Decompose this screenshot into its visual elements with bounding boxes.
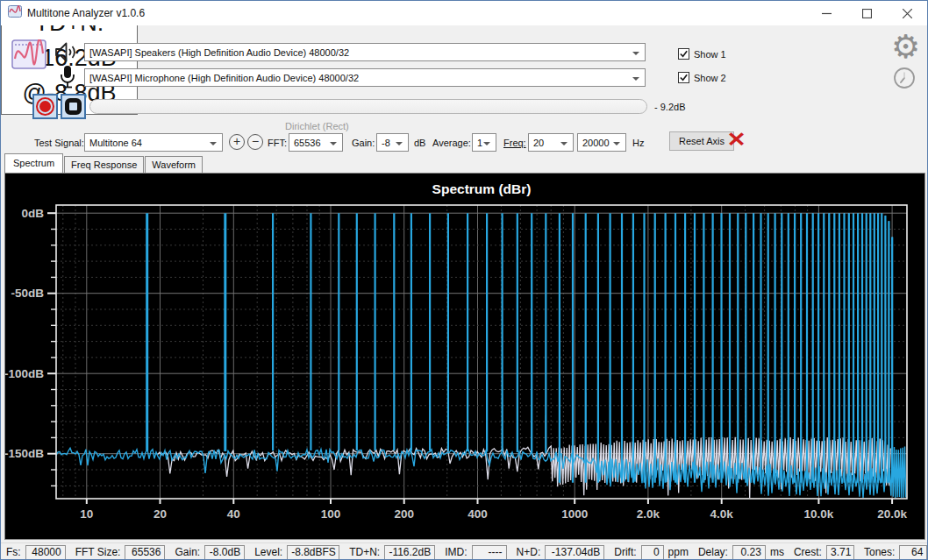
status-label: Crest: bbox=[794, 546, 822, 558]
status-field-drift: Drift:0ppm bbox=[614, 545, 689, 560]
status-label: IMD: bbox=[445, 546, 467, 558]
svg-text:-100dB: -100dB bbox=[5, 367, 44, 380]
chevron-down-icon bbox=[483, 142, 490, 145]
status-field-delay: Delay:0.23ms bbox=[698, 545, 784, 560]
status-value: -8.0dB bbox=[204, 545, 245, 560]
gain-value: -8 bbox=[382, 138, 390, 148]
test-signal-value: Multitone 64 bbox=[89, 138, 142, 148]
monitor-level-text: - 9.2dB bbox=[654, 102, 685, 112]
status-value: ---- bbox=[472, 545, 507, 560]
input-device-value: [WASAPI] Microphone (High Definition Aud… bbox=[89, 73, 359, 83]
status-label: Tones: bbox=[864, 546, 895, 558]
fft-window-label: Dirichlet (Rect) bbox=[285, 121, 349, 131]
status-value: 65536 bbox=[125, 545, 165, 560]
close-button[interactable] bbox=[887, 1, 927, 25]
tab-waveform[interactable]: Waveform bbox=[145, 156, 203, 173]
chevron-down-icon bbox=[210, 142, 217, 145]
gain-select[interactable]: -8 bbox=[376, 133, 409, 152]
test-signal-label: Test Signal: bbox=[34, 138, 84, 148]
record-icon bbox=[36, 97, 54, 116]
app-window: Multitone Analyzer v1.0.6 [WASAPI] Speak… bbox=[0, 0, 928, 560]
output-device-value: [WASAPI] Speakers (High Definition Audio… bbox=[89, 47, 349, 58]
svg-text:400: 400 bbox=[468, 507, 488, 521]
average-value: 1 bbox=[477, 138, 482, 148]
svg-text:40: 40 bbox=[227, 507, 240, 521]
show1-checkbox[interactable]: Show 1 bbox=[678, 48, 726, 60]
title-bar[interactable]: Multitone Analyzer v1.0.6 bbox=[1, 1, 927, 25]
add-tone-button[interactable]: + bbox=[229, 134, 245, 150]
status-value: 64 bbox=[899, 545, 927, 560]
tab-spectrum[interactable]: Spectrum bbox=[4, 153, 63, 173]
status-label: Delay: bbox=[698, 546, 728, 558]
status-field-fs: Fs:48000 bbox=[6, 545, 66, 560]
fft-size-select[interactable]: 65536 bbox=[289, 133, 343, 152]
status-label: Drift: bbox=[614, 546, 636, 558]
status-field-tdn: TD+N:-116.2dB bbox=[349, 545, 435, 560]
settings-gear-icon[interactable]: ⚙ bbox=[891, 31, 920, 64]
stop-button[interactable] bbox=[61, 94, 86, 119]
freq-high-select[interactable]: 20000 bbox=[577, 133, 626, 152]
record-button[interactable] bbox=[32, 94, 58, 119]
input-device-select[interactable]: [WASAPI] Microphone (High Definition Aud… bbox=[84, 68, 646, 87]
tab-strip: SpectrumFreq ResponseWaveform bbox=[4, 154, 203, 173]
fft-label: FFT: bbox=[268, 138, 287, 148]
status-value: 0.23 bbox=[732, 545, 766, 560]
window-title: Multitone Analyzer v1.0.6 bbox=[27, 7, 145, 19]
show1-label: Show 1 bbox=[694, 49, 726, 60]
gain-label: Gain: bbox=[352, 138, 375, 148]
freq-unit-label: Hz bbox=[632, 138, 644, 148]
status-unit: ppm bbox=[668, 546, 689, 558]
svg-text:Spectrum (dBr): Spectrum (dBr) bbox=[432, 181, 532, 196]
analyzer-logo-icon[interactable] bbox=[11, 39, 46, 73]
checkbox-icon bbox=[678, 72, 689, 83]
status-field-gain: Gain:-8.0dB bbox=[175, 545, 245, 560]
stop-icon bbox=[65, 98, 82, 115]
svg-text:0dB: 0dB bbox=[21, 207, 44, 220]
show2-checkbox[interactable]: Show 2 bbox=[678, 72, 726, 83]
chevron-down-icon bbox=[613, 142, 620, 145]
svg-text:1000: 1000 bbox=[561, 507, 588, 521]
gain-unit-label: dB bbox=[414, 138, 425, 148]
maximize-button[interactable] bbox=[846, 1, 887, 25]
status-field-nd: N+D:-137.04dB bbox=[517, 545, 605, 560]
show2-label: Show 2 bbox=[694, 73, 726, 83]
svg-text:10.0k: 10.0k bbox=[804, 507, 834, 521]
checkbox-icon bbox=[678, 48, 689, 60]
clear-icon[interactable]: ✕ bbox=[727, 128, 746, 152]
status-value: -137.04dB bbox=[545, 545, 604, 560]
svg-text:-150dB: -150dB bbox=[5, 447, 44, 460]
status-value: 0 bbox=[641, 545, 664, 560]
level-progressbar bbox=[89, 99, 647, 114]
freq-label[interactable]: Freq: bbox=[503, 138, 526, 148]
average-select[interactable]: 1 bbox=[472, 133, 496, 152]
status-field-crest: Crest:3.71 bbox=[794, 545, 854, 560]
status-value: 3.71 bbox=[826, 545, 854, 560]
remove-tone-button[interactable]: − bbox=[247, 134, 263, 150]
chevron-down-icon bbox=[396, 142, 403, 145]
test-signal-select[interactable]: Multitone 64 bbox=[84, 133, 223, 152]
reset-axis-button[interactable]: Reset Axis bbox=[669, 131, 734, 151]
status-bar: Fs:48000FFT Size:65536Gain:-8.0dBLevel:-… bbox=[1, 542, 927, 560]
svg-text:-50dB: -50dB bbox=[11, 287, 44, 300]
status-field-imd: IMD:---- bbox=[445, 545, 506, 560]
svg-text:10: 10 bbox=[80, 507, 93, 521]
chevron-down-icon bbox=[632, 52, 639, 55]
speaker-icon bbox=[54, 41, 77, 67]
freq-high-value: 20000 bbox=[582, 138, 610, 148]
app-icon-small bbox=[8, 5, 22, 21]
history-clock-icon[interactable] bbox=[892, 66, 917, 94]
freq-low-select[interactable]: 20 bbox=[528, 133, 574, 152]
status-value: 48000 bbox=[25, 545, 66, 560]
svg-text:100: 100 bbox=[321, 507, 341, 521]
svg-text:200: 200 bbox=[394, 507, 414, 521]
spectrum-chart[interactable]: 0dB-50dB-100dB-150dB10204010020040010002… bbox=[4, 173, 925, 540]
minimize-button[interactable] bbox=[806, 1, 846, 25]
status-value: -8.8dBFS bbox=[287, 545, 339, 560]
svg-text:4.0k: 4.0k bbox=[710, 507, 734, 521]
status-field-tones: Tones:64 bbox=[864, 545, 927, 560]
tab-freq-response[interactable]: Freq Response bbox=[64, 156, 144, 173]
fft-size-value: 65536 bbox=[294, 138, 321, 148]
output-device-select[interactable]: [WASAPI] Speakers (High Definition Audio… bbox=[84, 43, 646, 61]
status-label: N+D: bbox=[517, 546, 541, 558]
status-value: -116.2dB bbox=[384, 545, 435, 560]
